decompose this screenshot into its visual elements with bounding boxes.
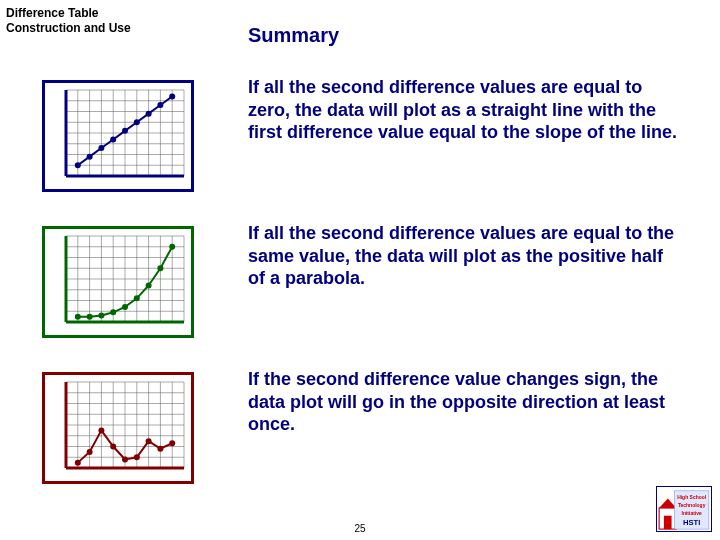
svg-point-56 bbox=[110, 309, 116, 315]
chart-1-border bbox=[42, 80, 194, 192]
svg-text:High School: High School bbox=[677, 495, 707, 500]
parabola-chart-icon bbox=[48, 232, 188, 332]
svg-point-30 bbox=[169, 93, 175, 99]
chart-2 bbox=[42, 226, 194, 342]
svg-point-55 bbox=[98, 313, 104, 319]
svg-point-61 bbox=[169, 244, 175, 250]
page-number: 25 bbox=[0, 523, 720, 534]
svg-point-87 bbox=[110, 444, 116, 450]
svg-point-90 bbox=[146, 438, 152, 444]
svg-point-26 bbox=[122, 128, 128, 134]
svg-point-84 bbox=[75, 460, 81, 466]
chart-3-border bbox=[42, 372, 194, 484]
svg-rect-95 bbox=[664, 516, 672, 529]
svg-marker-94 bbox=[659, 498, 676, 508]
svg-point-27 bbox=[134, 119, 140, 125]
svg-point-25 bbox=[110, 136, 116, 142]
svg-point-22 bbox=[75, 162, 81, 168]
header-line1: Difference Table bbox=[6, 6, 98, 20]
section-3-text: If the second difference value changes s… bbox=[248, 368, 680, 436]
svg-point-54 bbox=[87, 314, 93, 320]
svg-text:Initiative: Initiative bbox=[682, 511, 702, 516]
svg-point-59 bbox=[146, 282, 152, 288]
svg-point-89 bbox=[134, 454, 140, 460]
svg-point-88 bbox=[122, 456, 128, 462]
svg-point-86 bbox=[98, 427, 104, 433]
page-title: Summary bbox=[248, 24, 339, 47]
chart-3 bbox=[42, 372, 194, 488]
section-1-text: If all the second difference values are … bbox=[248, 76, 680, 144]
svg-point-29 bbox=[157, 102, 163, 108]
zigzag-chart-icon bbox=[48, 378, 188, 478]
chart-2-border bbox=[42, 226, 194, 338]
chart-1 bbox=[42, 80, 194, 196]
svg-text:Technology: Technology bbox=[678, 503, 706, 508]
svg-point-60 bbox=[157, 265, 163, 271]
svg-point-85 bbox=[87, 449, 93, 455]
header-left: Difference Table Construction and Use bbox=[6, 6, 131, 36]
svg-point-53 bbox=[75, 314, 81, 320]
svg-point-24 bbox=[98, 145, 104, 151]
svg-point-92 bbox=[169, 440, 175, 446]
svg-point-57 bbox=[122, 304, 128, 310]
header-line2: Construction and Use bbox=[6, 21, 131, 35]
svg-point-23 bbox=[87, 154, 93, 160]
svg-point-91 bbox=[157, 446, 163, 452]
linear-chart-icon bbox=[48, 86, 188, 186]
svg-point-58 bbox=[134, 295, 140, 301]
section-2-text: If all the second difference values are … bbox=[248, 222, 680, 290]
svg-point-28 bbox=[146, 111, 152, 117]
svg-text:HSTI: HSTI bbox=[683, 518, 700, 527]
hsti-logo: High School Technology Initiative HSTI bbox=[656, 486, 712, 532]
